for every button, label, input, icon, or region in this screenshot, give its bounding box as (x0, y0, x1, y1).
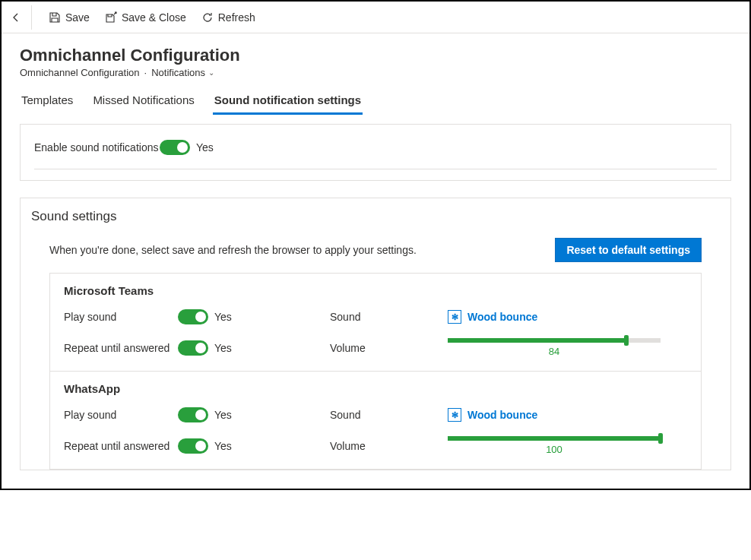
breadcrumb-root: Omnichannel Configuration (20, 67, 140, 78)
enable-panel: Enable sound notifications Yes (20, 124, 731, 181)
sound-file-icon: ✻ (448, 310, 461, 324)
volume-slider[interactable] (448, 436, 661, 441)
play-sound-value: Yes (214, 409, 232, 421)
play-sound-toggle[interactable] (178, 407, 208, 422)
volume-value: 100 (448, 444, 661, 455)
sound-file-icon: ✻ (448, 408, 461, 422)
play-sound-value: Yes (214, 311, 232, 323)
play-sound-toggle[interactable] (178, 309, 208, 324)
sound-settings-title: Sound settings (31, 209, 720, 224)
enable-sound-toggle[interactable] (160, 140, 190, 155)
sound-picker[interactable]: ✻ Wood bounce (448, 310, 537, 324)
sound-file-name: Wood bounce (467, 409, 537, 421)
sound-settings-panel: Sound settings When you're done, select … (20, 198, 731, 470)
enable-sound-value: Yes (196, 141, 214, 153)
channel-name: Microsoft Teams (64, 284, 687, 297)
repeat-value: Yes (214, 342, 232, 354)
volume-label: Volume (330, 440, 448, 452)
repeat-value: Yes (214, 440, 232, 452)
sound-picker[interactable]: ✻ Wood bounce (448, 408, 537, 422)
channels-list: Microsoft Teams Play sound Yes Sound ✻ W… (49, 273, 702, 470)
tabs: Templates Missed Notifications Sound not… (20, 89, 731, 115)
page-title: Omnichannel Configuration (20, 46, 731, 65)
volume-label: Volume (330, 342, 448, 354)
arrow-left-icon (11, 11, 23, 24)
toolbar: Save Save & Close Refresh (2, 2, 749, 33)
refresh-button[interactable]: Refresh (194, 7, 263, 28)
repeat-label: Repeat until answered (64, 342, 178, 354)
refresh-label: Refresh (218, 11, 255, 24)
channel-name: WhatsApp (64, 382, 687, 395)
sound-file-name: Wood bounce (467, 311, 537, 323)
tab-missed-notifications[interactable]: Missed Notifications (91, 89, 195, 115)
tab-sound-notification-settings[interactable]: Sound notification settings (213, 89, 363, 115)
repeat-toggle[interactable] (178, 438, 208, 454)
channel-microsoft-teams: Microsoft Teams Play sound Yes Sound ✻ W… (50, 274, 701, 372)
chevron-down-icon: ⌄ (208, 68, 214, 77)
repeat-label: Repeat until answered (64, 440, 178, 452)
channel-whatsapp: WhatsApp Play sound Yes Sound ✻ Wood bou… (50, 372, 701, 469)
breadcrumb-sub: Notifications (151, 67, 205, 78)
reset-defaults-button[interactable]: Reset to default settings (555, 238, 702, 262)
volume-slider[interactable] (448, 338, 661, 343)
save-button[interactable]: Save (41, 7, 97, 28)
repeat-toggle[interactable] (178, 340, 208, 356)
breadcrumb-dropdown[interactable]: Notifications ⌄ (151, 67, 214, 78)
tab-templates[interactable]: Templates (20, 89, 74, 115)
play-sound-label: Play sound (64, 311, 178, 323)
save-close-icon (105, 11, 117, 24)
back-button[interactable] (8, 5, 32, 30)
save-label: Save (65, 11, 90, 24)
save-close-button[interactable]: Save & Close (97, 7, 194, 28)
save-icon (49, 11, 61, 24)
sound-settings-hint: When you're done, select save and refres… (49, 244, 417, 256)
sound-label: Sound (330, 311, 448, 323)
volume-value: 84 (448, 346, 661, 357)
sound-label: Sound (330, 409, 448, 421)
save-close-label: Save & Close (122, 11, 186, 24)
play-sound-label: Play sound (64, 409, 178, 421)
enable-sound-label: Enable sound notifications (34, 141, 160, 153)
breadcrumb: Omnichannel Configuration · Notification… (20, 67, 731, 78)
refresh-icon (201, 11, 214, 24)
